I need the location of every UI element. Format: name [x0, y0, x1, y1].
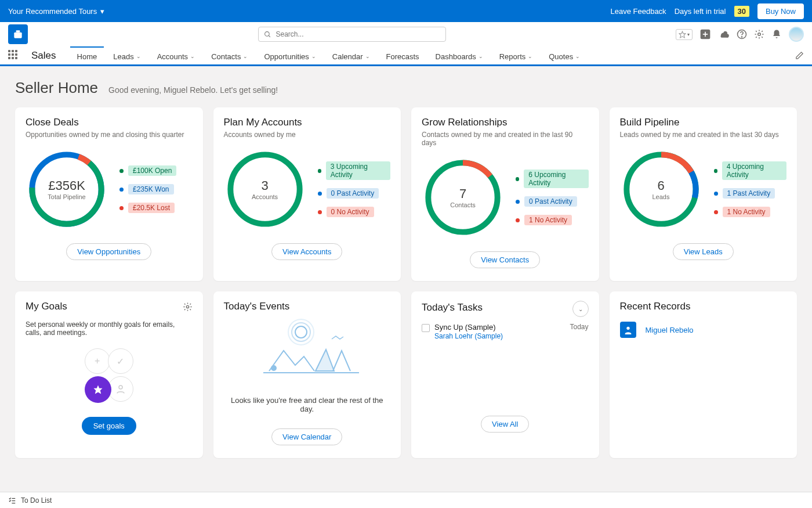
task-checkbox[interactable]: [422, 324, 430, 332]
donut-chart: 6Leads: [620, 148, 702, 230]
nav-dashboards[interactable]: Dashboards⌄: [429, 46, 490, 66]
svg-marker-26: [316, 350, 334, 371]
view-contacts-button[interactable]: View Contacts: [470, 251, 540, 268]
card-title: Plan My Accounts: [224, 117, 391, 128]
card-title: Today's Events: [224, 301, 391, 312]
card-subtitle: Leads owned by me and created in the las…: [620, 131, 787, 139]
nav-calendar[interactable]: Calendar⌄: [325, 46, 377, 66]
card-subtitle: Accounts owned by me: [224, 131, 391, 139]
card-title: Today's Tasks: [422, 302, 483, 314]
legend-lost: £20.5K Lost: [119, 203, 176, 213]
card-recent-records: Recent Records Miguel Rebelo: [610, 291, 798, 458]
set-goals-button[interactable]: Set goals: [82, 417, 136, 435]
task-date: Today: [570, 323, 588, 332]
chevron-down-icon: ⌄: [575, 53, 580, 59]
chevron-down-icon: ▾: [100, 7, 104, 16]
task-item[interactable]: Sync Up (Sample) Today: [422, 323, 589, 332]
nav-forecasts[interactable]: Forecasts: [379, 46, 426, 66]
help-icon[interactable]: [737, 29, 747, 39]
view-accounts-button[interactable]: View Accounts: [271, 243, 342, 260]
card-close-deals: Close Deals Opportunities owned by me an…: [15, 107, 203, 281]
nav-reports[interactable]: Reports⌄: [492, 46, 540, 66]
search-icon: [264, 30, 271, 41]
nav-accounts[interactable]: Accounts⌄: [150, 46, 202, 66]
svg-point-2: [264, 32, 269, 37]
goals-illustration: + ✓: [26, 345, 193, 409]
svg-marker-22: [93, 385, 102, 394]
recent-record-link[interactable]: Miguel Rebelo: [646, 326, 694, 334]
svg-point-20: [186, 305, 188, 308]
events-illustration: [224, 316, 391, 385]
svg-rect-1: [16, 30, 20, 32]
nav-opportunities[interactable]: Opportunities⌄: [257, 46, 322, 66]
chevron-down-icon: ⌄: [190, 53, 195, 59]
svg-point-23: [295, 326, 307, 338]
task-contact-link[interactable]: Sarah Loehr (Sample): [434, 332, 589, 340]
tours-label: Your Recommended Tours: [8, 7, 97, 16]
donut-chart: 3Accounts: [224, 148, 306, 230]
check-circle-icon: ✓: [108, 348, 133, 374]
card-subtitle: Contacts owned by me and created in the …: [422, 131, 589, 147]
recent-record-item[interactable]: Miguel Rebelo: [620, 322, 787, 338]
chevron-down-icon: ⌄: [136, 53, 141, 59]
leave-feedback-link[interactable]: Leave Feedback: [611, 7, 666, 16]
svg-point-29: [626, 327, 629, 330]
page-subtitle: Good evening, Miguel Rebelo. Let's get s…: [108, 85, 278, 95]
goals-description: Set personal weekly or monthly goals for…: [26, 320, 193, 337]
chevron-down-icon: ⌄: [478, 53, 483, 59]
notification-icon[interactable]: [771, 29, 782, 39]
app-logo: [8, 24, 28, 44]
card-subtitle: Opportunities owned by me and closing th…: [26, 131, 193, 139]
donut-chart: £356KTotal Pipeline: [26, 148, 108, 230]
card-todays-events: Today's Events Looks like you're free an…: [213, 291, 401, 458]
legend-none: 1 No Activity: [714, 207, 787, 217]
settings-icon[interactable]: [754, 29, 764, 39]
card-title: My Goals: [26, 301, 67, 312]
recommended-tours-dropdown[interactable]: Your Recommended Tours ▾: [8, 7, 104, 16]
events-empty-message: Looks like you're free and clear the res…: [224, 396, 391, 413]
card-title: Close Deals: [26, 117, 193, 128]
nav-leads[interactable]: Leads⌄: [106, 46, 147, 66]
nav-contacts[interactable]: Contacts⌄: [204, 46, 255, 66]
legend-past: 1 Past Activity: [714, 188, 787, 199]
legend-open: £100K Open: [119, 165, 176, 176]
svg-point-9: [741, 37, 742, 37]
chevron-down-icon: ⌄: [311, 53, 316, 59]
legend-upcoming: 4 Upcoming Activity: [714, 161, 787, 180]
favorites-button[interactable]: ▾: [676, 29, 693, 40]
buy-now-button[interactable]: Buy Now: [757, 3, 804, 19]
trial-topbar: Your Recommended Tours ▾ Leave Feedback …: [0, 0, 812, 22]
card-title: Recent Records: [620, 301, 787, 312]
app-navbar: Sales Home Leads⌄ Accounts⌄ Contacts⌄ Op…: [0, 46, 812, 66]
nav-quotes[interactable]: Quotes⌄: [542, 46, 587, 66]
salesforce-icon[interactable]: [718, 28, 730, 40]
app-launcher-icon[interactable]: [8, 50, 20, 62]
tasks-dropdown-button[interactable]: ⌄: [572, 301, 589, 317]
chevron-down-icon: ⌄: [243, 53, 248, 59]
svg-line-3: [269, 35, 270, 37]
task-name: Sync Up (Sample): [434, 323, 495, 332]
svg-rect-0: [14, 33, 21, 38]
person-circle-icon: [108, 376, 133, 402]
contact-icon: [620, 322, 636, 338]
card-grow-relationships: Grow Relationships Contacts owned by me …: [411, 107, 599, 281]
view-opportunities-button[interactable]: View Opportunities: [66, 243, 151, 260]
view-all-tasks-button[interactable]: View All: [481, 416, 529, 433]
nav-home[interactable]: Home: [70, 46, 104, 66]
chevron-down-icon: ⌄: [365, 53, 370, 59]
legend-won: £235K Won: [119, 184, 176, 194]
goals-settings-icon[interactable]: [183, 302, 193, 314]
view-calendar-button[interactable]: View Calendar: [271, 428, 342, 445]
star-circle-icon: [85, 376, 111, 403]
user-avatar[interactable]: [789, 27, 804, 42]
add-icon[interactable]: [699, 28, 711, 40]
svg-point-10: [758, 33, 761, 36]
chevron-down-icon: ⌄: [528, 53, 532, 59]
view-leads-button[interactable]: View Leads: [673, 243, 734, 260]
legend-upcoming: 3 Upcoming Activity: [318, 161, 391, 180]
edit-nav-icon[interactable]: [795, 51, 804, 60]
card-title: Build Pipeline: [620, 117, 787, 128]
app-name-label: Sales: [31, 50, 56, 62]
global-search-input[interactable]: [258, 27, 446, 42]
page-title: Seller Home: [15, 79, 98, 97]
